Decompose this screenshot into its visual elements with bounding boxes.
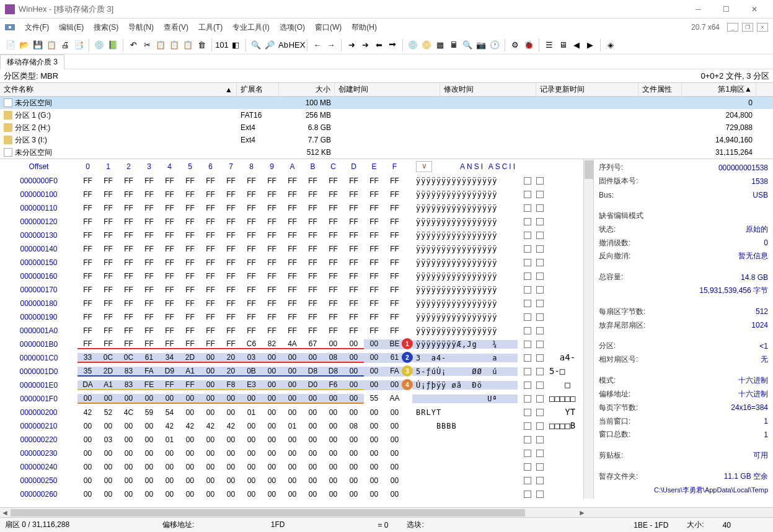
hex-byte[interactable]: FF xyxy=(139,286,159,294)
hex-byte[interactable]: A1 xyxy=(98,380,118,390)
hex-byte[interactable]: 00 xyxy=(303,394,323,404)
hex-byte[interactable]: FF xyxy=(364,313,384,321)
hex-byte[interactable]: F6 xyxy=(323,380,343,390)
hex-byte[interactable]: 00 xyxy=(262,463,282,471)
hex-byte[interactable]: FF xyxy=(98,313,118,321)
hex-byte[interactable]: FF xyxy=(303,177,323,185)
hex-ascii[interactable]: ÿÿÿÿÿÿÿÿÿÿÿÿÿÿÿÿ xyxy=(412,272,518,281)
hex-byte[interactable]: FF xyxy=(343,272,364,281)
hex-byte[interactable]: 00 xyxy=(200,490,221,499)
goto-icon[interactable]: HEX xyxy=(291,40,303,51)
hex-byte[interactable]: FF xyxy=(77,190,98,199)
hex-row[interactable]: 000000190FFFFFFFFFFFFFFFFFFFFFFFFFFFFFFF… xyxy=(0,310,583,324)
hex-byte[interactable]: FF xyxy=(139,326,159,335)
hex-byte[interactable]: FF xyxy=(139,313,159,321)
hex-byte[interactable]: 00 xyxy=(118,490,139,499)
open-disk-icon[interactable]: 💿 xyxy=(94,40,105,51)
checkbox-icon[interactable] xyxy=(536,341,544,348)
hex-byte[interactable]: 00 xyxy=(262,435,282,444)
hex-byte[interactable]: 00 xyxy=(343,367,364,377)
hex-ascii[interactable]: BRLYT xyxy=(412,408,518,417)
hex-byte[interactable]: FF xyxy=(282,231,303,240)
hex-byte[interactable]: 00 xyxy=(98,394,118,404)
hex-byte[interactable]: FA xyxy=(139,367,159,377)
hex-byte[interactable]: 00 xyxy=(200,380,221,390)
hex-byte[interactable]: FF xyxy=(77,177,98,185)
hex-byte[interactable]: FF xyxy=(77,258,98,267)
hex-byte[interactable]: FF xyxy=(180,380,200,390)
hex-ascii[interactable]: ÿÿÿÿÿÿÿÿÿÿÿÿÿÿÿÿ xyxy=(412,204,518,212)
hex-byte[interactable]: 03 xyxy=(241,353,262,363)
hex-byte[interactable]: 55 xyxy=(364,394,384,404)
checkbox-icon[interactable] xyxy=(536,491,544,498)
hex-byte[interactable]: FF xyxy=(118,231,139,240)
hex-byte[interactable]: 00 xyxy=(323,449,343,458)
hex-row[interactable]: 0000002300000000000000000000000000000000… xyxy=(0,447,583,460)
hex-byte[interactable]: 00 xyxy=(384,490,405,499)
hex-ascii[interactable]: ÿÿÿÿÿÿÿÿÿÿÿÿÿÿÿÿ xyxy=(412,231,518,240)
hex-byte[interactable]: FF xyxy=(241,258,262,267)
checkbox-icon[interactable] xyxy=(524,300,531,307)
hex-byte[interactable]: FF xyxy=(139,272,159,281)
hex-vertical-scrollbar[interactable] xyxy=(583,159,593,499)
hex-byte[interactable]: 00 xyxy=(118,394,139,404)
hex-byte[interactable]: FF xyxy=(98,286,118,294)
hex-byte[interactable]: 00 xyxy=(303,449,323,458)
hex-byte[interactable]: 00 xyxy=(282,394,303,404)
hex-byte[interactable]: FF xyxy=(118,313,139,321)
col-header-mtime[interactable]: 修改时间 xyxy=(440,83,536,96)
menu-pro-tools[interactable]: 专业工具(I) xyxy=(229,21,273,34)
hex-byte[interactable]: 00 xyxy=(118,449,139,458)
hex-byte[interactable]: FF xyxy=(303,272,323,281)
hex-row[interactable]: 000000150FFFFFFFFFFFFFFFFFFFFFFFFFFFFFFF… xyxy=(0,256,583,269)
hex-byte[interactable]: 00 xyxy=(159,449,180,458)
calculator-icon[interactable]: 🖩 xyxy=(448,40,459,51)
hex-byte[interactable]: FF xyxy=(118,272,139,281)
hex-byte[interactable]: 00 xyxy=(200,394,221,404)
hex-byte[interactable]: 00 xyxy=(364,449,384,458)
col-header-ext[interactable]: 扩展名 xyxy=(237,83,279,96)
checkbox-icon[interactable] xyxy=(524,395,531,403)
hex-byte[interactable]: 00 xyxy=(384,408,405,417)
col-header-attr[interactable]: 文件属性 xyxy=(638,83,682,96)
hex-byte[interactable]: FF xyxy=(77,204,98,212)
hex-byte[interactable]: FF xyxy=(98,190,118,199)
hex-byte[interactable]: AA xyxy=(384,394,405,404)
col-header-size[interactable]: 大小 xyxy=(279,83,335,96)
camera-icon[interactable]: 📷 xyxy=(475,40,487,51)
hex-ascii[interactable] xyxy=(412,476,518,485)
hex-byte[interactable]: 82 xyxy=(262,339,282,349)
hex-byte[interactable]: FF xyxy=(262,272,282,281)
hex-byte[interactable]: 00 xyxy=(77,435,98,444)
hex-byte[interactable]: FF xyxy=(98,231,118,240)
hex-byte[interactable]: FF xyxy=(303,204,323,212)
hex-byte[interactable]: 00 xyxy=(323,490,343,499)
hex-byte[interactable]: FF xyxy=(118,299,139,308)
hex-byte[interactable]: 00 xyxy=(343,394,364,404)
hex-byte[interactable]: 00 xyxy=(221,463,241,471)
hex-byte[interactable]: FF xyxy=(180,258,200,267)
hex-byte[interactable]: 00 xyxy=(364,353,384,363)
hex-byte[interactable]: 00 xyxy=(364,367,384,377)
hex-row[interactable]: 00000020042524C5954000000010000000000000… xyxy=(0,406,583,419)
hex-byte[interactable]: FF xyxy=(139,231,159,240)
hex-ascii[interactable]: 5-ƒúÙ¡ ØØ ú xyxy=(412,367,518,376)
hex-byte[interactable]: 00 xyxy=(343,339,364,349)
hex-row[interactable]: 000000100FFFFFFFFFFFFFFFFFFFFFFFFFFFFFFF… xyxy=(0,188,583,201)
clone-icon[interactable]: 📀 xyxy=(421,40,432,51)
hex-byte[interactable]: 01 xyxy=(159,435,180,444)
delete-icon[interactable]: 🗑 xyxy=(196,40,207,51)
hex-ascii[interactable]: Uª xyxy=(412,395,518,403)
hex-byte[interactable]: FF xyxy=(364,177,384,185)
checkbox-icon[interactable] xyxy=(536,395,544,403)
hex-byte[interactable]: 00 xyxy=(303,353,323,363)
hex-byte[interactable]: 00 xyxy=(139,435,159,444)
hex-byte[interactable]: 00 xyxy=(323,408,343,417)
hex-byte[interactable]: 35 xyxy=(77,367,98,377)
hex-byte[interactable]: FF xyxy=(262,299,282,308)
hex-ascii[interactable]: ÿÿÿÿÿÿÿÿÿÿÿÿÿÿÿÿ xyxy=(412,299,518,308)
hex-byte[interactable]: FF xyxy=(241,299,262,308)
hex-byte[interactable]: 00 xyxy=(139,463,159,471)
hex-byte[interactable]: 61 xyxy=(139,353,159,363)
hex-byte[interactable]: FF xyxy=(343,326,364,335)
